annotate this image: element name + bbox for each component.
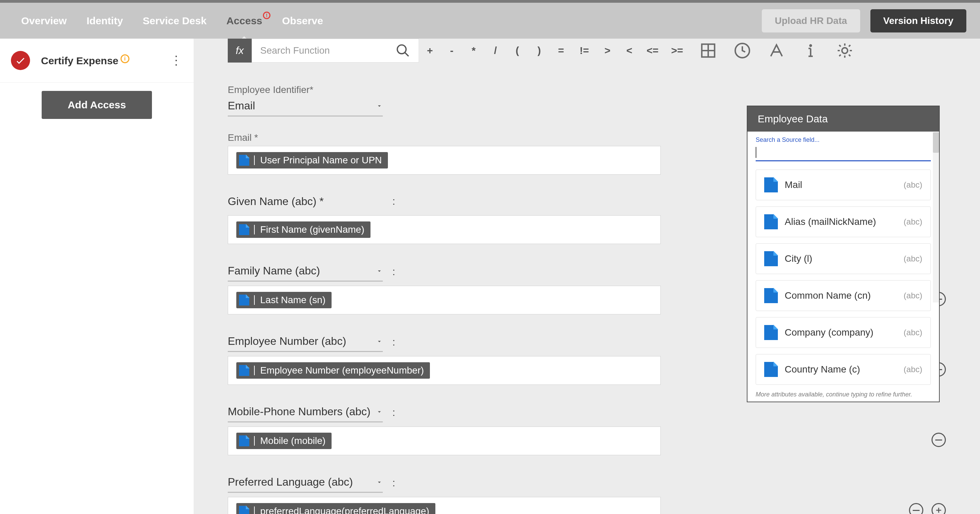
version-history-button[interactable]: Version History <box>870 9 966 32</box>
upload-hr-data-button[interactable]: Upload HR Data <box>762 9 860 32</box>
colon: : <box>392 195 395 207</box>
main-area: fx Search Function + - * / ( ) = != > < … <box>194 38 980 514</box>
op-eq[interactable]: = <box>550 45 572 56</box>
field-chip-3[interactable]: Mobile (mobile) <box>236 433 332 449</box>
doc-icon <box>239 436 249 446</box>
attribute-row[interactable]: Alias (mailNickName) (abc) <box>756 206 931 237</box>
tab-access[interactable]: Access ! <box>226 15 262 27</box>
nav-tabs: Overview Identity Service Desk Access ! … <box>21 15 323 27</box>
clock-icon[interactable] <box>734 42 751 59</box>
attribute-name: Common Name (cn) <box>785 290 871 301</box>
chevron-down-icon <box>376 335 383 348</box>
info-tool-icon[interactable] <box>802 42 819 59</box>
chevron-down-icon <box>376 99 383 112</box>
email-chip[interactable]: User Principal Name or UPN <box>236 152 388 169</box>
tab-observe[interactable]: Observe <box>282 15 323 27</box>
attribute-name: City (l) <box>785 253 812 264</box>
employee-data-panel: Employee Data Search a Source field... M… <box>747 105 940 402</box>
attribute-name: Mail <box>785 179 802 190</box>
doc-icon <box>764 251 778 266</box>
remove-field-button[interactable] <box>932 433 946 447</box>
search-function-placeholder: Search Function <box>260 45 330 56</box>
attribute-row[interactable]: Country Name (c) (abc) <box>756 354 931 385</box>
attribute-type: (abc) <box>904 365 922 374</box>
field-select-2[interactable]: Employee Number (abc) <box>228 334 383 352</box>
operator-row: + - * / ( ) = != > < <= >= <box>419 38 689 62</box>
op-gte[interactable]: >= <box>665 45 689 56</box>
panel-search-input[interactable] <box>756 144 931 161</box>
op-plus[interactable]: + <box>419 45 441 56</box>
svg-point-6 <box>810 45 811 46</box>
font-icon[interactable] <box>768 42 785 59</box>
field-chip-2[interactable]: Employee Number (employeeNumber) <box>236 362 430 379</box>
attribute-row[interactable]: Common Name (cn) (abc) <box>756 280 931 311</box>
chevron-down-icon <box>376 405 383 418</box>
attribute-name: Country Name (c) <box>785 364 860 375</box>
field-select-1[interactable]: Family Name (abc) <box>228 263 383 282</box>
field-input-1[interactable]: Last Name (sn) <box>228 286 661 314</box>
field-input-4[interactable]: preferredLanguage(preferredLanguage) <box>228 497 661 514</box>
field-select-0: Given Name (abc) * <box>228 194 383 211</box>
add-field-button[interactable] <box>932 503 946 514</box>
alert-icon: ! <box>263 12 270 19</box>
panel-scrollbar[interactable] <box>933 132 939 302</box>
op-divide[interactable]: / <box>485 45 506 56</box>
toolbar-icons <box>700 38 853 62</box>
top-nav-bar: Overview Identity Service Desk Access ! … <box>0 3 980 38</box>
svg-line-1 <box>405 53 409 56</box>
colon: : <box>392 407 395 418</box>
op-gt[interactable]: > <box>597 45 618 56</box>
chevron-down-icon <box>376 476 383 488</box>
attribute-type: (abc) <box>904 254 922 263</box>
svg-point-10 <box>842 48 848 54</box>
doc-icon <box>239 224 249 235</box>
op-rparen[interactable]: ) <box>528 45 550 56</box>
employee-identifier-label: Employee Identifier* <box>228 85 946 95</box>
search-icon <box>395 43 410 58</box>
doc-icon <box>764 362 778 377</box>
field-select-4[interactable]: Preferred Language (abc) <box>228 474 383 493</box>
field-chip-4[interactable]: preferredLanguage(preferredLanguage) <box>236 503 435 514</box>
field-input-0[interactable]: First Name (givenName) <box>228 215 661 244</box>
sidebar-item-label: Certify Expensei <box>41 54 129 67</box>
doc-icon <box>239 365 249 376</box>
check-circle-icon <box>11 51 30 70</box>
op-multiply[interactable]: * <box>463 45 485 56</box>
sidebar-item-certify-expense[interactable]: Certify Expensei ⋮ <box>0 38 194 83</box>
tab-service-desk[interactable]: Service Desk <box>143 15 207 27</box>
kebab-menu-icon[interactable]: ⋮ <box>170 53 183 68</box>
field-input-3[interactable]: Mobile (mobile) <box>228 426 661 455</box>
attribute-row[interactable]: Company (company) (abc) <box>756 317 931 348</box>
doc-icon <box>239 506 249 514</box>
field-select-3[interactable]: Mobile-Phone Numbers (abc) <box>228 404 383 422</box>
op-lt[interactable]: < <box>618 45 640 56</box>
attribute-row[interactable]: Mail (abc) <box>756 169 931 200</box>
doc-icon <box>764 177 778 192</box>
tab-access-label: Access <box>226 15 262 26</box>
email-input[interactable]: User Principal Name or UPN <box>228 146 661 175</box>
op-neq[interactable]: != <box>572 45 597 56</box>
attribute-row[interactable]: City (l) (abc) <box>756 243 931 274</box>
op-lte[interactable]: <= <box>640 45 665 56</box>
colon: : <box>392 477 395 489</box>
content: Certify Expensei ⋮ Add Access fx Search … <box>0 38 980 514</box>
op-lparen[interactable]: ( <box>506 45 528 56</box>
add-access-button[interactable]: Add Access <box>42 91 152 119</box>
field-input-2[interactable]: Employee Number (employeeNumber) <box>228 356 661 385</box>
op-minus[interactable]: - <box>441 45 463 56</box>
attribute-type: (abc) <box>904 180 922 190</box>
employee-identifier-select[interactable]: Email <box>228 98 383 117</box>
calculator-icon[interactable] <box>700 42 717 59</box>
fx-button[interactable]: fx <box>228 38 252 62</box>
tab-overview[interactable]: Overview <box>21 15 67 27</box>
doc-icon <box>239 295 249 305</box>
field-chip-1[interactable]: Last Name (sn) <box>236 292 332 308</box>
field-chip-0[interactable]: First Name (givenName) <box>236 222 371 238</box>
remove-field-button[interactable] <box>909 503 923 514</box>
window-top-strip <box>0 0 980 3</box>
settings-icon[interactable] <box>836 42 853 59</box>
panel-footer: More attributes available, continue typi… <box>756 391 931 398</box>
search-function-input[interactable]: Search Function <box>252 38 419 62</box>
tab-identity[interactable]: Identity <box>86 15 123 27</box>
attribute-name: Alias (mailNickName) <box>785 216 876 227</box>
